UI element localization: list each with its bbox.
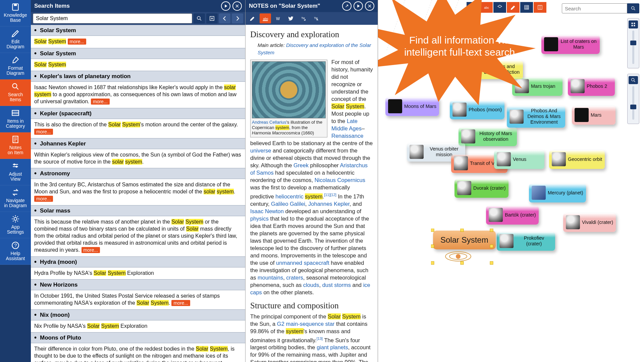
node-prokofiev[interactable]: Prokofiev (crater)	[497, 232, 555, 251]
node-mars-trojan[interactable]: Mars trojan	[512, 77, 562, 96]
node-moons-mars[interactable]: Moons of Mars	[385, 97, 439, 116]
node-thumb	[452, 103, 467, 117]
result-snippet: This is because the relative mass of ano…	[31, 216, 245, 256]
rail-edit-diagram[interactable]: EditDiagram	[0, 26, 31, 53]
result-title[interactable]: Astronomy	[31, 168, 245, 179]
rail-knowledge-base[interactable]: KnowledgeBase	[0, 0, 31, 26]
rail-search-items[interactable]: SearchItems	[0, 79, 31, 106]
svg-point-7	[14, 218, 17, 221]
twitter-button[interactable]	[285, 13, 297, 23]
svg-point-2	[12, 83, 17, 88]
result-title[interactable]: Solar System	[31, 48, 245, 59]
search-go-button[interactable]	[194, 13, 205, 23]
search-results: Solar SystemSolar System more...Solar Sy…	[31, 25, 245, 362]
diag-highlight-button[interactable]: abc	[480, 2, 493, 13]
fit-icon[interactable]	[629, 20, 638, 28]
diagram-search-button[interactable]	[627, 3, 639, 13]
find-thumb[interactable]	[630, 105, 636, 109]
result-title[interactable]: Hydra (moon)	[31, 256, 245, 267]
add-button[interactable]	[206, 13, 218, 23]
node-label: Phobos And Deimos & Mars Environment	[526, 108, 562, 125]
node-bartok[interactable]: Bartók (crater)	[486, 206, 539, 225]
link-in-button[interactable]: Tw	[298, 13, 309, 23]
diag-panel-button[interactable]	[534, 2, 546, 13]
svg-text:Tw: Tw	[301, 17, 305, 20]
result-snippet: Within Kepler's religious view of the co…	[31, 149, 245, 168]
search-input[interactable]	[33, 13, 192, 23]
diag-back-button[interactable]	[467, 2, 479, 13]
node-thumb	[497, 152, 511, 166]
zoom-thumb[interactable]	[630, 41, 636, 45]
svg-rect-35	[431, 245, 434, 248]
result-title[interactable]: Solar System	[31, 25, 245, 36]
svg-rect-39	[490, 261, 493, 264]
diag-cap-button[interactable]	[493, 2, 506, 13]
result-title[interactable]: Johannes Kepler	[31, 138, 245, 149]
selection-handles[interactable]	[431, 229, 495, 269]
figure-caption: Andreas Cellarius's illustration of the …	[252, 120, 326, 136]
node-thumb	[532, 186, 546, 200]
node-thumb	[461, 129, 475, 143]
rail-navigate[interactable]: Navigatein Diagram	[0, 185, 31, 212]
rail-items-category[interactable]: Items inCategory	[0, 106, 31, 132]
find-slider[interactable]	[627, 74, 639, 124]
result-title[interactable]: New Horizons	[31, 279, 245, 290]
node-thumb	[457, 181, 471, 195]
rail-notes-item[interactable]: Noteson Item	[0, 132, 31, 159]
diag-grid-button[interactable]	[520, 2, 533, 13]
close-icon[interactable]	[232, 1, 242, 11]
node-dvorak[interactable]: Dvorak (crater)	[454, 179, 508, 198]
diagram-column[interactable]: abc Find all information via intelligent…	[378, 0, 644, 362]
rail-adjust-view[interactable]: AdjustView	[0, 159, 31, 185]
node-phobos-deimos-env[interactable]: Phobos And Deimos & Mars Environment	[507, 106, 565, 128]
node-label: Phobos and Deimos in fiction	[483, 64, 520, 75]
search-title: Search Items	[34, 3, 70, 9]
result-title[interactable]: Kepler (spacecraft)	[31, 108, 245, 119]
result-title[interactable]: Kepler's laws of planetary motion	[31, 71, 245, 82]
rail-format-diagram[interactable]: FormatDiagram	[0, 53, 31, 79]
diagram-search-input[interactable]	[562, 3, 627, 13]
rail-help[interactable]: ?HelpAssistant	[0, 238, 31, 265]
figure-image	[252, 61, 326, 118]
node-label: Geocentric orbit	[568, 157, 602, 162]
svg-point-22	[632, 7, 634, 9]
diagram-toolbar: abc	[467, 2, 546, 13]
play-icon[interactable]	[221, 1, 230, 11]
result-title[interactable]: Solar mass	[31, 205, 245, 216]
node-list-craters-mars[interactable]: List of craters on Mars	[541, 35, 600, 54]
highlight-button[interactable]: abc	[260, 13, 271, 23]
node-mercury[interactable]: Mercury (planet)	[529, 184, 586, 202]
node-label: Dvorak (crater)	[473, 185, 506, 191]
edit-button[interactable]	[247, 13, 258, 23]
back-button[interactable]	[219, 13, 230, 23]
play-icon[interactable]	[354, 1, 363, 11]
zoom-slider[interactable]	[627, 18, 639, 68]
node-geocentric[interactable]: Geocentric orbit	[549, 150, 605, 169]
article-para-2: The principal component of the Solar Sys…	[250, 313, 373, 362]
node-history-mars-obs[interactable]: History of Mars observation	[459, 127, 517, 146]
node-mars[interactable]: Mars	[572, 106, 615, 125]
forward-button[interactable]	[232, 13, 243, 23]
wikipedia-button[interactable]: W	[272, 13, 284, 23]
rail-app-settings[interactable]: AppSettings	[0, 212, 31, 238]
article-h1: Discovery and exploration	[250, 31, 373, 38]
link-out-button[interactable]: Tw	[311, 13, 322, 23]
diag-edit-button[interactable]	[507, 2, 520, 13]
node-venus[interactable]: Venus	[494, 150, 544, 169]
node-thumb	[467, 62, 481, 76]
node-label: List of craters on Mars	[560, 39, 597, 50]
result-title[interactable]: Nix (moon)	[31, 309, 245, 320]
close-icon[interactable]	[365, 1, 374, 11]
article-body[interactable]: Discovery and exploration Main article: …	[246, 25, 378, 362]
result-snippet: Nix Profile by NASA's Solar System Explo…	[31, 320, 245, 332]
find-icon[interactable]	[629, 76, 638, 84]
node-phobos-deimos-fiction[interactable]: Phobos and Deimos in fiction	[465, 60, 523, 79]
node-vivaldi[interactable]: Vivaldi (crater)	[563, 213, 616, 232]
result-title[interactable]: Moons of Pluto	[31, 332, 245, 343]
svg-rect-34	[490, 229, 493, 232]
node-phobos2[interactable]: Phobos 2	[568, 77, 615, 96]
figure: Andreas Cellarius's illustration of the …	[250, 60, 327, 137]
node-label: Phobos (moon)	[469, 107, 502, 113]
expand-icon[interactable]	[342, 1, 352, 11]
node-phobos-moon[interactable]: Phobos (moon)	[450, 101, 504, 119]
